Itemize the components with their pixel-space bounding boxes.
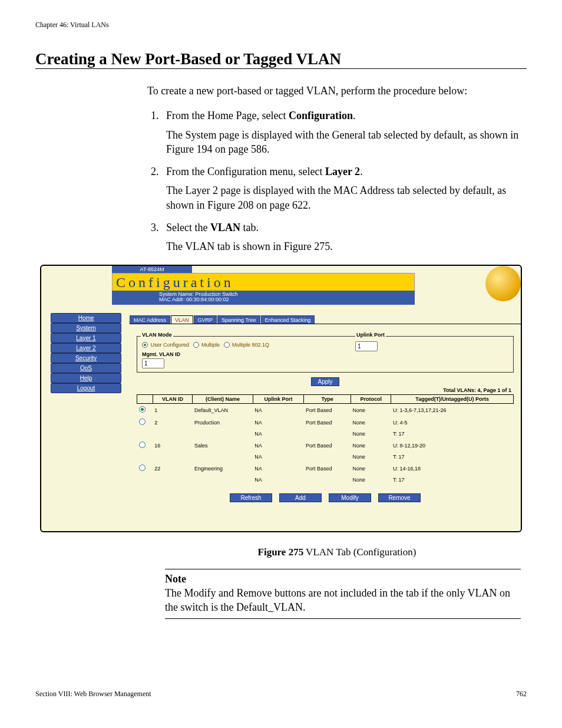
radio-icon[interactable] — [224, 342, 230, 348]
step-2-pre: From the Configuration menu, select — [166, 166, 325, 177]
cell-id — [153, 429, 193, 439]
cell-ports: T: 17 — [391, 452, 514, 462]
cell-name — [193, 429, 253, 439]
cell-ports: U: 1-3,6-7,13,17,21-26 — [391, 404, 514, 417]
table-row: NANoneT: 17 — [137, 475, 514, 485]
uplink-port-legend: Uplink Port — [355, 332, 386, 338]
step-3-body: The VLAN tab is shown in Figure 275. — [166, 239, 521, 253]
model-label: AT-8524M — [112, 266, 192, 273]
row-select-radio[interactable] — [139, 419, 146, 425]
vlan-mode-option[interactable]: User Configured — [142, 342, 191, 348]
cell-proto: None — [351, 475, 391, 485]
cell-uplink: NA — [253, 404, 304, 417]
sidebar-item-system[interactable]: System — [51, 323, 121, 333]
cell-type: Port Based — [304, 462, 351, 475]
cell-uplink: NA — [253, 452, 304, 462]
step-2: From the Configuration menu, select Laye… — [161, 164, 521, 212]
sidebar-item-layer-2[interactable]: Layer 2 — [51, 343, 121, 353]
refresh-button[interactable]: Refresh — [230, 493, 272, 502]
cell-type: Port Based — [304, 416, 351, 429]
step-2-bold: Layer 2 — [325, 166, 360, 177]
globe-logo-icon — [485, 266, 521, 301]
cell-proto: None — [351, 404, 391, 417]
remove-button[interactable]: Remove — [378, 493, 421, 502]
modify-button[interactable]: Modify — [329, 493, 371, 502]
table-row: NANoneT: 17 — [137, 429, 514, 439]
cell-proto: None — [351, 452, 391, 462]
note-text: The Modify and Remove buttons are not in… — [165, 586, 521, 615]
blue-strip — [112, 291, 415, 305]
vlan-mode-option[interactable]: Multiple 802.1Q — [224, 342, 270, 348]
cell-proto: None — [351, 439, 391, 452]
tab-enhanced-stacking[interactable]: Enhanced Stacking — [261, 315, 315, 324]
sidebar-item-layer-1[interactable]: Layer 1 — [51, 333, 121, 343]
sidebar-item-security[interactable]: Security — [51, 353, 121, 363]
sidebar-item-help[interactable]: Help — [51, 373, 121, 383]
vlan-mode-box: VLAN Mode Uplink Port User Configured Mu… — [137, 336, 514, 373]
cell-name: Sales — [193, 439, 253, 452]
main-panel: VLAN Mode Uplink Port User Configured Mu… — [130, 324, 521, 508]
vlan-table: VLAN ID(Client) NameUplink PortTypeProto… — [137, 394, 514, 485]
vlan-table-header: VLAN ID(Client) NameUplink PortTypeProto… — [137, 395, 514, 404]
cell-id — [153, 475, 193, 485]
cell-id: 1 — [153, 404, 193, 417]
vlan-tab-screenshot: AT-8524M Configuration System Name: Prod… — [40, 265, 522, 532]
uplink-port-field[interactable] — [355, 341, 378, 351]
step-1-pre: From the Home Page, select — [166, 110, 289, 121]
radio-icon[interactable] — [142, 342, 148, 348]
column-header: Type — [304, 395, 351, 404]
tab-gvrp[interactable]: GVRP — [194, 315, 217, 324]
page-title: Creating a New Port-Based or Tagged VLAN — [35, 50, 527, 69]
cell-ports: T: 17 — [391, 475, 514, 485]
sidebar-nav: HomeSystemLayer 1Layer 2SecurityQoSHelpL… — [51, 313, 121, 393]
step-3-pre: Select the — [166, 222, 210, 233]
step-1-bold: Configuration — [289, 110, 353, 121]
row-select-radio[interactable] — [139, 442, 146, 448]
column-header: Tagged(T)/Untagged(U) Ports — [391, 395, 514, 404]
footer-page-number: 762 — [516, 690, 527, 699]
uplink-port-input[interactable] — [355, 341, 378, 351]
add-button[interactable]: Add — [279, 493, 322, 502]
vlan-mode-radios[interactable]: User Configured Multiple Multiple 802.1Q — [142, 342, 272, 348]
tab-vlan[interactable]: VLAN — [171, 315, 193, 324]
table-row: 2ProductionNAPort BasedNoneU: 4-5 — [137, 416, 514, 429]
mgmt-vlan-label: Mgmt. VLAN ID — [142, 351, 180, 357]
chapter-header: Chapter 46: Virtual LANs — [35, 21, 527, 29]
figure-text: VLAN Tab (Configuration) — [303, 546, 416, 558]
total-vlans-label: Total VLANs: 4, Page 1 of 1 — [139, 387, 511, 393]
cell-type: Port Based — [304, 439, 351, 452]
config-banner: Configuration — [112, 273, 415, 292]
cell-id: 2 — [153, 416, 193, 429]
table-row: NANoneT: 17 — [137, 452, 514, 462]
radio-icon[interactable] — [193, 342, 199, 348]
table-row: 22EngineeringNAPort BasedNoneU: 14-16,18 — [137, 462, 514, 475]
cell-ports: U: 8-12,19-20 — [391, 439, 514, 452]
tab-mac-address[interactable]: MAC Address — [130, 315, 170, 324]
mgmt-vlan-row: Mgmt. VLAN ID — [142, 351, 508, 368]
sidebar-item-qos[interactable]: QoS — [51, 363, 121, 373]
sidebar-item-home[interactable]: Home — [51, 313, 121, 323]
intro-paragraph: To create a new port-based or tagged VLA… — [147, 84, 521, 98]
cell-name: Default_VLAN — [193, 404, 253, 417]
step-2-body: The Layer 2 page is displayed with the M… — [166, 183, 521, 212]
table-row: 1Default_VLANNAPort BasedNoneU: 1-3,6-7,… — [137, 404, 514, 417]
column-header: (Client) Name — [193, 395, 253, 404]
vlan-mode-option[interactable]: Multiple — [193, 342, 222, 348]
cell-id: 22 — [153, 462, 193, 475]
cell-proto: None — [351, 429, 391, 439]
row-select-radio[interactable] — [139, 465, 146, 471]
cell-uplink: NA — [253, 439, 304, 452]
mgmt-vlan-field[interactable] — [142, 358, 164, 368]
sidebar-item-logout[interactable]: Logout — [51, 383, 121, 393]
row-select-radio[interactable] — [139, 406, 146, 413]
mac-addr-value: 00:30:84:00:00:02 — [186, 297, 229, 302]
cell-id — [153, 452, 193, 462]
cell-type — [304, 429, 351, 439]
tab-spanning-tree[interactable]: Spanning Tree — [217, 315, 260, 324]
tab-row: MAC AddressVLANGVRPSpanning TreeEnhanced… — [130, 315, 315, 324]
apply-button[interactable]: Apply — [311, 377, 339, 386]
cell-type — [304, 475, 351, 485]
column-header: VLAN ID — [153, 395, 193, 404]
column-header: Uplink Port — [253, 395, 304, 404]
figure-caption: Figure 275 VLAN Tab (Configuration) — [147, 546, 527, 558]
